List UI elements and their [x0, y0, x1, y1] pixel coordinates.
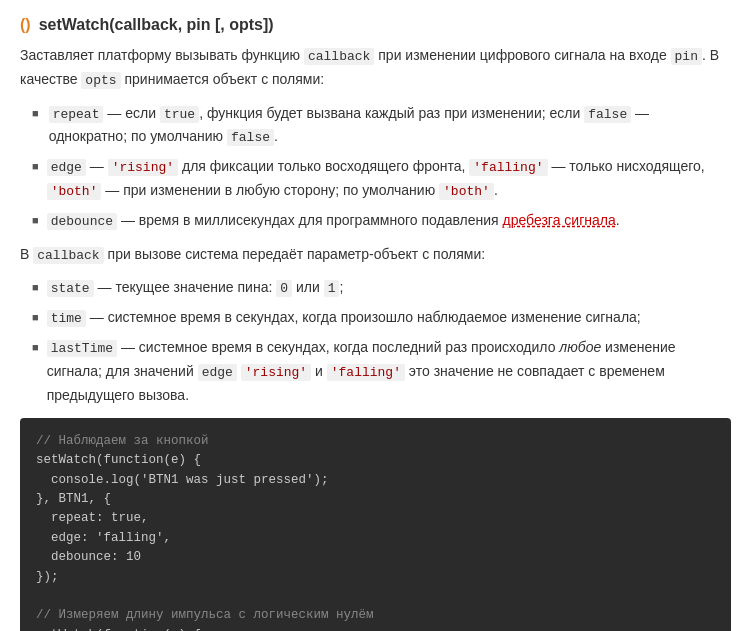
edge-key2: edge	[198, 364, 237, 381]
both-code: 'both'	[47, 183, 102, 200]
zero-code: 0	[276, 280, 292, 297]
debounce-key: debounce	[47, 213, 117, 230]
falling-code2: 'falling'	[327, 364, 405, 381]
list-item: debounce — время в миллисекундах для про…	[32, 209, 731, 233]
debounce-link[interactable]: дребезга сигнала	[503, 212, 616, 228]
false-code: false	[584, 106, 631, 123]
callback-section-code: callback	[33, 247, 103, 264]
lasttime-key: lastTime	[47, 340, 117, 357]
default-both: 'both'	[439, 183, 494, 200]
callback-code: callback	[304, 48, 374, 65]
one-code: 1	[324, 280, 340, 297]
function-title: () setWatch(callback, pin [, opts])	[20, 16, 731, 34]
time-key: time	[47, 310, 86, 327]
opts-code: opts	[81, 72, 120, 89]
repeat-key: repeat	[49, 106, 104, 123]
list-item: edge — 'rising' для фиксации только восх…	[32, 155, 731, 203]
true-code: true	[160, 106, 199, 123]
default-false: false	[227, 129, 274, 146]
pin-code: pin	[671, 48, 702, 65]
list-item: state — текущее значение пина: 0 или 1;	[32, 276, 731, 300]
list-item: lastTime — системное время в секундах, к…	[32, 336, 731, 406]
callback-list: state — текущее значение пина: 0 или 1; …	[32, 276, 731, 406]
code-example: // Наблюдаем за кнопкой setWatch(functio…	[20, 418, 731, 631]
any-italic: любое	[559, 339, 601, 355]
rising-code: 'rising'	[108, 159, 178, 176]
state-key: state	[47, 280, 94, 297]
list-item: time — системное время в секундах, когда…	[32, 306, 731, 330]
falling-code: 'falling'	[469, 159, 547, 176]
options-list: repeat — если true, функция будет вызван…	[32, 102, 731, 233]
description-intro: Заставляет платформу вызывать функцию ca…	[20, 44, 731, 92]
title-text: setWatch(callback, pin [, opts])	[39, 16, 274, 34]
rising-code2: 'rising'	[241, 364, 311, 381]
list-item: repeat — если true, функция будет вызван…	[32, 102, 731, 150]
callback-section: В callback при вызове система передаёт п…	[20, 243, 731, 267]
title-icon: ()	[20, 16, 31, 34]
edge-key: edge	[47, 159, 86, 176]
